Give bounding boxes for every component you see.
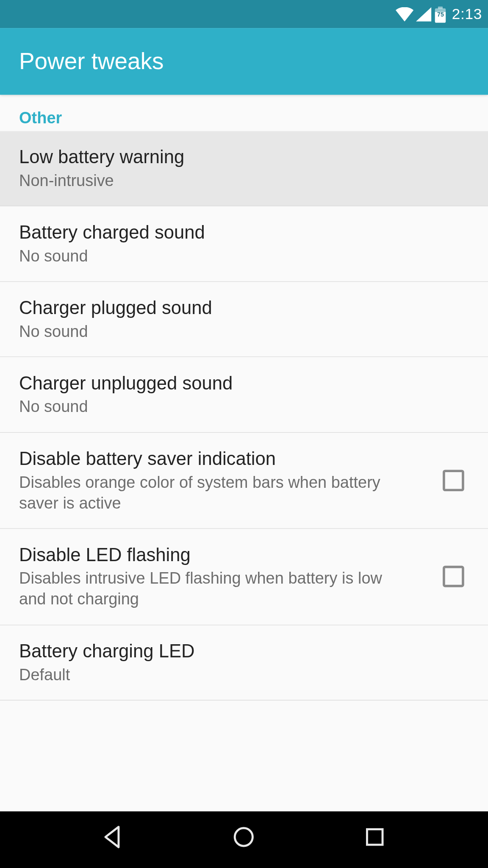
- battery-percent: 75: [435, 11, 446, 17]
- svg-point-0: [235, 828, 253, 846]
- device-frame: 75 2:13 Power tweaks Other Low battery w…: [0, 0, 488, 862]
- svg-rect-1: [367, 829, 383, 845]
- section-header-other: Other: [0, 95, 488, 131]
- status-clock: 2:13: [452, 6, 482, 23]
- app-bar: Power tweaks: [0, 28, 488, 95]
- pref-low-battery-warning[interactable]: Low battery warning Non-intrusive: [0, 131, 488, 206]
- pref-battery-charged-sound[interactable]: Battery charged sound No sound: [0, 206, 488, 282]
- pref-summary: No sound: [19, 321, 469, 342]
- pref-summary: Disables intrusive LED flashing when bat…: [19, 568, 400, 610]
- pref-title: Disable battery saver indication: [19, 447, 433, 471]
- back-button[interactable]: [95, 819, 131, 855]
- pref-summary: Disables orange color of system bars whe…: [19, 472, 400, 514]
- pref-summary: Non-intrusive: [19, 171, 469, 192]
- pref-summary: Default: [19, 665, 469, 685]
- pref-title: Charger unplugged sound: [19, 372, 469, 396]
- pref-charger-plugged-sound[interactable]: Charger plugged sound No sound: [0, 282, 488, 357]
- status-bar: 75 2:13: [0, 0, 488, 28]
- home-button[interactable]: [226, 819, 262, 855]
- pref-disable-led-flashing[interactable]: Disable LED flashing Disables intrusive …: [0, 529, 488, 625]
- battery-icon: 75: [435, 6, 446, 22]
- pref-title: Low battery warning: [19, 145, 469, 170]
- pref-title: Charger plugged sound: [19, 296, 469, 320]
- pref-summary: No sound: [19, 397, 469, 417]
- settings-list[interactable]: Other Low battery warning Non-intrusive …: [0, 95, 488, 812]
- pref-charger-unplugged-sound[interactable]: Charger unplugged sound No sound: [0, 357, 488, 433]
- checkbox[interactable]: [443, 566, 464, 587]
- pref-title: Disable LED flashing: [19, 543, 433, 567]
- recents-button[interactable]: [357, 819, 393, 855]
- pref-battery-charging-led[interactable]: Battery charging LED Default: [0, 625, 488, 701]
- page-title: Power tweaks: [19, 48, 164, 75]
- pref-summary: No sound: [19, 246, 469, 267]
- checkbox[interactable]: [443, 470, 464, 491]
- signal-icon: [416, 7, 432, 21]
- wifi-icon: [396, 7, 413, 21]
- pref-disable-battery-saver-indication[interactable]: Disable battery saver indication Disable…: [0, 433, 488, 529]
- pref-title: Battery charging LED: [19, 640, 469, 664]
- pref-title: Battery charged sound: [19, 221, 469, 245]
- navigation-bar: [0, 811, 488, 862]
